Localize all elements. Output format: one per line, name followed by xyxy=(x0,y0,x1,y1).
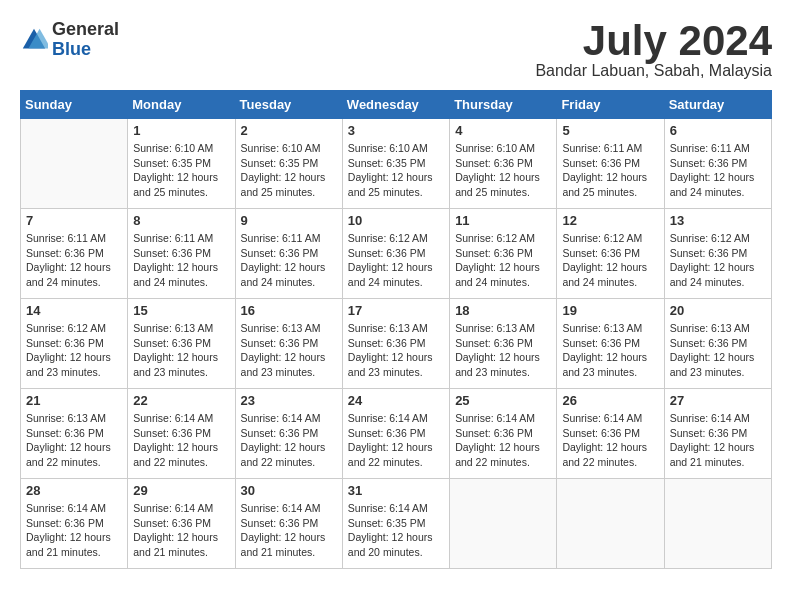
day-info: Sunrise: 6:14 AMSunset: 6:36 PMDaylight:… xyxy=(26,501,122,560)
table-row xyxy=(450,479,557,569)
table-row: 4Sunrise: 6:10 AMSunset: 6:36 PMDaylight… xyxy=(450,119,557,209)
col-thursday: Thursday xyxy=(450,91,557,119)
day-number: 23 xyxy=(241,393,337,408)
header: General Blue July 2024 Bandar Labuan, Sa… xyxy=(20,20,772,80)
day-number: 2 xyxy=(241,123,337,138)
day-info: Sunrise: 6:12 AMSunset: 6:36 PMDaylight:… xyxy=(455,231,551,290)
day-number: 5 xyxy=(562,123,658,138)
table-row xyxy=(21,119,128,209)
day-number: 24 xyxy=(348,393,444,408)
logo-blue: Blue xyxy=(52,40,119,60)
table-row xyxy=(664,479,771,569)
table-row: 28Sunrise: 6:14 AMSunset: 6:36 PMDayligh… xyxy=(21,479,128,569)
day-number: 30 xyxy=(241,483,337,498)
day-info: Sunrise: 6:14 AMSunset: 6:36 PMDaylight:… xyxy=(562,411,658,470)
table-row: 21Sunrise: 6:13 AMSunset: 6:36 PMDayligh… xyxy=(21,389,128,479)
calendar-page: General Blue July 2024 Bandar Labuan, Sa… xyxy=(0,0,792,579)
day-number: 7 xyxy=(26,213,122,228)
day-info: Sunrise: 6:14 AMSunset: 6:36 PMDaylight:… xyxy=(133,501,229,560)
col-monday: Monday xyxy=(128,91,235,119)
day-number: 27 xyxy=(670,393,766,408)
day-info: Sunrise: 6:11 AMSunset: 6:36 PMDaylight:… xyxy=(26,231,122,290)
table-row: 13Sunrise: 6:12 AMSunset: 6:36 PMDayligh… xyxy=(664,209,771,299)
day-info: Sunrise: 6:10 AMSunset: 6:35 PMDaylight:… xyxy=(241,141,337,200)
day-info: Sunrise: 6:14 AMSunset: 6:35 PMDaylight:… xyxy=(348,501,444,560)
day-number: 1 xyxy=(133,123,229,138)
table-row: 8Sunrise: 6:11 AMSunset: 6:36 PMDaylight… xyxy=(128,209,235,299)
day-number: 17 xyxy=(348,303,444,318)
day-number: 9 xyxy=(241,213,337,228)
col-sunday: Sunday xyxy=(21,91,128,119)
day-info: Sunrise: 6:14 AMSunset: 6:36 PMDaylight:… xyxy=(241,411,337,470)
day-info: Sunrise: 6:11 AMSunset: 6:36 PMDaylight:… xyxy=(562,141,658,200)
table-row: 19Sunrise: 6:13 AMSunset: 6:36 PMDayligh… xyxy=(557,299,664,389)
calendar-week-row: 14Sunrise: 6:12 AMSunset: 6:36 PMDayligh… xyxy=(21,299,772,389)
day-info: Sunrise: 6:11 AMSunset: 6:36 PMDaylight:… xyxy=(133,231,229,290)
day-number: 6 xyxy=(670,123,766,138)
table-row: 10Sunrise: 6:12 AMSunset: 6:36 PMDayligh… xyxy=(342,209,449,299)
day-info: Sunrise: 6:13 AMSunset: 6:36 PMDaylight:… xyxy=(241,321,337,380)
logo-icon xyxy=(20,26,48,54)
day-number: 29 xyxy=(133,483,229,498)
table-row: 1Sunrise: 6:10 AMSunset: 6:35 PMDaylight… xyxy=(128,119,235,209)
calendar-week-row: 28Sunrise: 6:14 AMSunset: 6:36 PMDayligh… xyxy=(21,479,772,569)
table-row: 15Sunrise: 6:13 AMSunset: 6:36 PMDayligh… xyxy=(128,299,235,389)
col-tuesday: Tuesday xyxy=(235,91,342,119)
table-row: 17Sunrise: 6:13 AMSunset: 6:36 PMDayligh… xyxy=(342,299,449,389)
table-row: 3Sunrise: 6:10 AMSunset: 6:35 PMDaylight… xyxy=(342,119,449,209)
logo-text: General Blue xyxy=(52,20,119,60)
table-row: 18Sunrise: 6:13 AMSunset: 6:36 PMDayligh… xyxy=(450,299,557,389)
day-info: Sunrise: 6:13 AMSunset: 6:36 PMDaylight:… xyxy=(133,321,229,380)
day-info: Sunrise: 6:14 AMSunset: 6:36 PMDaylight:… xyxy=(133,411,229,470)
table-row: 12Sunrise: 6:12 AMSunset: 6:36 PMDayligh… xyxy=(557,209,664,299)
day-number: 18 xyxy=(455,303,551,318)
calendar-week-row: 1Sunrise: 6:10 AMSunset: 6:35 PMDaylight… xyxy=(21,119,772,209)
table-row: 11Sunrise: 6:12 AMSunset: 6:36 PMDayligh… xyxy=(450,209,557,299)
day-info: Sunrise: 6:14 AMSunset: 6:36 PMDaylight:… xyxy=(455,411,551,470)
day-number: 21 xyxy=(26,393,122,408)
day-number: 14 xyxy=(26,303,122,318)
day-number: 22 xyxy=(133,393,229,408)
day-number: 15 xyxy=(133,303,229,318)
table-row xyxy=(557,479,664,569)
table-row: 23Sunrise: 6:14 AMSunset: 6:36 PMDayligh… xyxy=(235,389,342,479)
title-block: July 2024 Bandar Labuan, Sabah, Malaysia xyxy=(535,20,772,80)
table-row: 2Sunrise: 6:10 AMSunset: 6:35 PMDaylight… xyxy=(235,119,342,209)
day-info: Sunrise: 6:13 AMSunset: 6:36 PMDaylight:… xyxy=(562,321,658,380)
day-number: 19 xyxy=(562,303,658,318)
day-info: Sunrise: 6:11 AMSunset: 6:36 PMDaylight:… xyxy=(670,141,766,200)
day-number: 8 xyxy=(133,213,229,228)
day-info: Sunrise: 6:10 AMSunset: 6:35 PMDaylight:… xyxy=(133,141,229,200)
table-row: 9Sunrise: 6:11 AMSunset: 6:36 PMDaylight… xyxy=(235,209,342,299)
day-number: 3 xyxy=(348,123,444,138)
day-info: Sunrise: 6:14 AMSunset: 6:36 PMDaylight:… xyxy=(670,411,766,470)
day-info: Sunrise: 6:10 AMSunset: 6:35 PMDaylight:… xyxy=(348,141,444,200)
day-number: 20 xyxy=(670,303,766,318)
col-wednesday: Wednesday xyxy=(342,91,449,119)
day-number: 25 xyxy=(455,393,551,408)
table-row: 20Sunrise: 6:13 AMSunset: 6:36 PMDayligh… xyxy=(664,299,771,389)
calendar-table: Sunday Monday Tuesday Wednesday Thursday… xyxy=(20,90,772,569)
table-row: 25Sunrise: 6:14 AMSunset: 6:36 PMDayligh… xyxy=(450,389,557,479)
day-number: 4 xyxy=(455,123,551,138)
logo-general: General xyxy=(52,20,119,40)
table-row: 16Sunrise: 6:13 AMSunset: 6:36 PMDayligh… xyxy=(235,299,342,389)
table-row: 26Sunrise: 6:14 AMSunset: 6:36 PMDayligh… xyxy=(557,389,664,479)
day-number: 28 xyxy=(26,483,122,498)
calendar-header-row: Sunday Monday Tuesday Wednesday Thursday… xyxy=(21,91,772,119)
table-row: 31Sunrise: 6:14 AMSunset: 6:35 PMDayligh… xyxy=(342,479,449,569)
day-info: Sunrise: 6:13 AMSunset: 6:36 PMDaylight:… xyxy=(670,321,766,380)
day-number: 13 xyxy=(670,213,766,228)
month-title: July 2024 xyxy=(535,20,772,62)
day-info: Sunrise: 6:13 AMSunset: 6:36 PMDaylight:… xyxy=(348,321,444,380)
table-row: 24Sunrise: 6:14 AMSunset: 6:36 PMDayligh… xyxy=(342,389,449,479)
col-friday: Friday xyxy=(557,91,664,119)
location: Bandar Labuan, Sabah, Malaysia xyxy=(535,62,772,80)
table-row: 14Sunrise: 6:12 AMSunset: 6:36 PMDayligh… xyxy=(21,299,128,389)
table-row: 30Sunrise: 6:14 AMSunset: 6:36 PMDayligh… xyxy=(235,479,342,569)
day-number: 26 xyxy=(562,393,658,408)
day-number: 10 xyxy=(348,213,444,228)
calendar-week-row: 7Sunrise: 6:11 AMSunset: 6:36 PMDaylight… xyxy=(21,209,772,299)
day-info: Sunrise: 6:11 AMSunset: 6:36 PMDaylight:… xyxy=(241,231,337,290)
day-info: Sunrise: 6:14 AMSunset: 6:36 PMDaylight:… xyxy=(348,411,444,470)
